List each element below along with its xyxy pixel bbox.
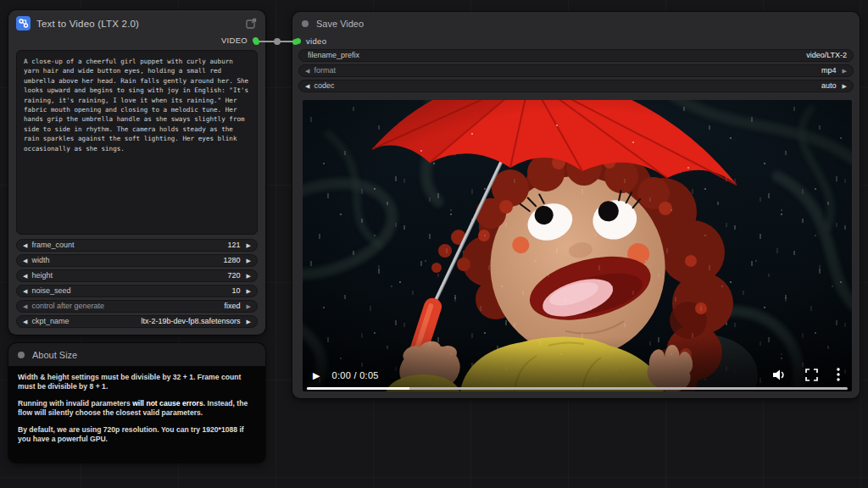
decrement-icon[interactable]: ◀ (23, 273, 27, 279)
noise-seed-widget[interactable]: ◀ noise_seed 10 ▶ (16, 285, 258, 297)
increment-icon[interactable]: ▶ (843, 83, 847, 89)
note-dot-icon (18, 352, 25, 358)
video-input-label: video (306, 36, 326, 46)
increment-icon[interactable]: ▶ (247, 288, 251, 294)
prompt-textarea[interactable]: A close-up of a cheerful girl puppet wit… (16, 50, 258, 235)
about-size-title: About Size (32, 350, 77, 360)
link-midpoint-dot[interactable] (274, 38, 281, 45)
increment-icon[interactable]: ▶ (247, 258, 251, 263)
video-progress-bar[interactable] (307, 387, 848, 391)
text-to-video-header[interactable]: Text to Video (LTX 2.0) (8, 10, 265, 34)
save-widgets: filename_prefix video/LTX-2 ◀ format mp4… (292, 47, 860, 92)
link-output-dot[interactable] (253, 39, 259, 45)
about-size-header[interactable]: About Size (8, 343, 265, 366)
about-paragraph-1: Width & height settings must be divisibl… (18, 373, 256, 392)
filename-prefix-widget[interactable]: filename_prefix video/LTX-2 (298, 49, 854, 62)
about-paragraph-3: By default, we are using 720p resolution… (18, 425, 256, 445)
about-size-node[interactable]: About Size Width & height settings must … (8, 343, 265, 463)
codec-widget[interactable]: ◀ codec auto ▶ (298, 80, 854, 92)
time-display: 0:00 / 0:05 (331, 370, 378, 380)
save-video-title: Save Video (316, 19, 364, 29)
increment-icon[interactable]: ▶ (247, 319, 251, 324)
workflow-icon (16, 16, 31, 30)
about-paragraph-2: Running with invalid parameters will not… (18, 399, 256, 419)
text-to-video-title: Text to Video (LTX 2.0) (36, 19, 239, 29)
decrement-icon[interactable]: ◀ (305, 68, 309, 74)
increment-icon[interactable]: ▶ (247, 303, 251, 309)
video-preview[interactable]: ▶ 0:00 / 0:05 (303, 100, 852, 391)
save-video-node[interactable]: Save Video video filename_prefix video/L… (292, 12, 860, 398)
about-size-text: Width & height settings must be divisibl… (8, 366, 265, 458)
decrement-icon[interactable]: ◀ (305, 83, 309, 89)
link-input-dot[interactable] (292, 39, 298, 45)
node-dot-icon (302, 20, 309, 27)
increment-icon[interactable]: ▶ (247, 242, 251, 248)
kebab-menu-icon[interactable] (837, 368, 840, 381)
increment-icon[interactable]: ▶ (247, 273, 251, 279)
height-widget[interactable]: ◀ height 720 ▶ (16, 269, 258, 282)
decrement-icon[interactable]: ◀ (23, 242, 27, 248)
player-controls-shade (303, 337, 852, 391)
format-widget[interactable]: ◀ format mp4 ▶ (298, 64, 854, 77)
video-output-label: VIDEO (221, 36, 248, 45)
volume-icon[interactable] (772, 369, 787, 381)
expand-icon[interactable] (245, 17, 258, 30)
decrement-icon[interactable]: ◀ (23, 288, 27, 294)
fullscreen-icon[interactable] (805, 369, 818, 381)
save-video-header[interactable]: Save Video (292, 12, 860, 35)
decrement-icon[interactable]: ◀ (23, 319, 27, 324)
increment-icon[interactable]: ▶ (843, 68, 847, 74)
video-output-row: VIDEO (8, 34, 265, 47)
t2v-widgets: ◀ frame_count 121 ▶ ◀ width 1280 ▶ ◀ hei… (8, 239, 265, 328)
decrement-icon[interactable]: ◀ (23, 258, 27, 263)
decrement-icon[interactable]: ◀ (23, 303, 27, 309)
video-input-row: video (292, 35, 860, 47)
ckpt-name-widget[interactable]: ◀ ckpt_name ltx-2-19b-dev-fp8.safetensor… (16, 315, 258, 328)
text-to-video-node[interactable]: Text to Video (LTX 2.0) VIDEO A close-up… (8, 10, 265, 335)
video-progress-played (307, 387, 409, 391)
play-icon[interactable]: ▶ (313, 371, 320, 380)
frame-count-widget[interactable]: ◀ frame_count 121 ▶ (16, 239, 258, 252)
control-after-generate-widget[interactable]: ◀ control after generate fixed ▶ (16, 300, 258, 313)
width-widget[interactable]: ◀ width 1280 ▶ (16, 254, 258, 267)
